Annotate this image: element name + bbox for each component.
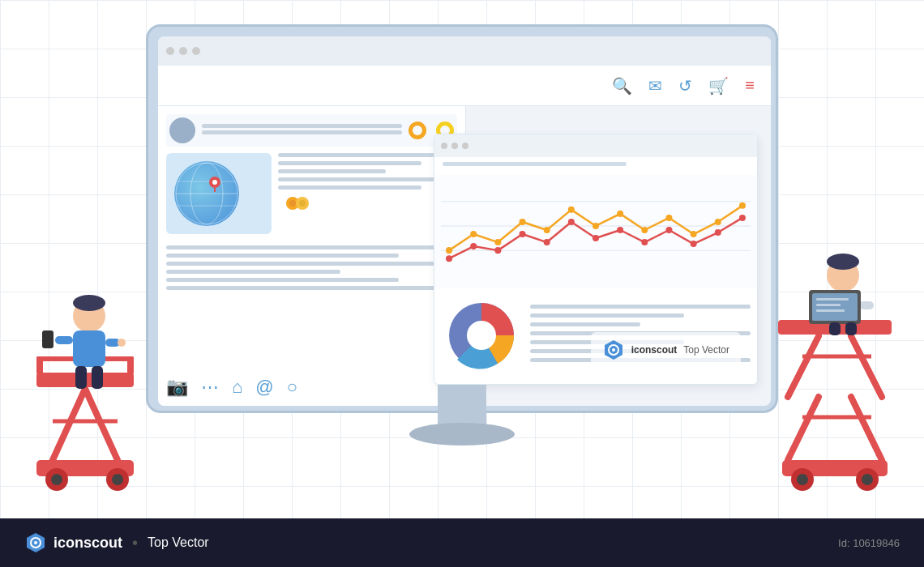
svg-rect-89 xyxy=(845,322,857,335)
svg-point-24 xyxy=(691,231,697,237)
svg-point-79 xyxy=(827,254,859,270)
text-line xyxy=(166,245,457,249)
text-line xyxy=(278,161,421,165)
profile-bar-2 xyxy=(202,130,402,134)
camera-icon: 📷 xyxy=(166,377,188,398)
chart-header xyxy=(434,157,757,175)
map-text-area xyxy=(278,153,457,234)
id-label-text: Id: xyxy=(838,537,849,549)
line-chart-area xyxy=(434,175,757,288)
svg-point-6 xyxy=(212,180,217,185)
phone-icon: ↺ xyxy=(678,76,692,96)
svg-rect-85 xyxy=(816,298,849,301)
left-panel: 📷 ⋯ ⌂ @ ○ xyxy=(158,106,466,406)
browser-dot-1 xyxy=(166,47,174,55)
top-vector-label: Top Vector xyxy=(148,535,209,550)
line-chart-svg xyxy=(441,181,751,279)
svg-point-19 xyxy=(568,207,575,213)
svg-rect-84 xyxy=(812,293,858,321)
logo-text: iconscout xyxy=(53,535,122,552)
home-icon: ⌂ xyxy=(232,377,242,398)
donut-chart-mini xyxy=(409,122,426,139)
analytics-dot-1 xyxy=(441,143,447,149)
watermark-overlay: iconscout Top Vector xyxy=(591,332,741,368)
main-scene: 🔍 ✉ ↺ 🛒 ≡ xyxy=(0,0,924,567)
svg-point-48 xyxy=(51,474,62,485)
svg-point-38 xyxy=(715,229,721,236)
svg-rect-55 xyxy=(127,356,134,374)
watermark-site-text: iconscout xyxy=(631,344,678,356)
svg-line-71 xyxy=(788,397,819,460)
svg-point-23 xyxy=(665,215,672,221)
svg-point-25 xyxy=(715,219,721,225)
svg-rect-88 xyxy=(829,322,841,335)
analytics-topbar xyxy=(434,134,757,157)
svg-point-10 xyxy=(299,200,306,207)
search-icon: 🔍 xyxy=(612,76,632,96)
text-line xyxy=(278,169,386,173)
svg-rect-62 xyxy=(105,339,120,347)
svg-rect-66 xyxy=(782,460,888,476)
logo-hexagon xyxy=(24,531,47,554)
svg-point-67 xyxy=(791,468,814,491)
svg-line-75 xyxy=(851,336,882,397)
svg-point-68 xyxy=(856,468,879,491)
bottom-icons-row: 📷 ⋯ ⌂ @ ○ xyxy=(166,377,297,398)
svg-point-36 xyxy=(665,227,672,233)
svg-point-9 xyxy=(289,200,296,207)
browser-dot-3 xyxy=(192,47,200,55)
top-nav: 🔍 ✉ ↺ 🛒 ≡ xyxy=(158,66,771,106)
text-line xyxy=(278,177,457,181)
analytics-dot-2 xyxy=(451,143,458,149)
svg-point-92 xyxy=(34,541,37,544)
stat-line xyxy=(530,305,751,309)
svg-rect-77 xyxy=(778,320,892,335)
svg-line-72 xyxy=(851,397,882,460)
stat-line xyxy=(530,313,684,318)
svg-point-14 xyxy=(446,247,452,254)
svg-point-28 xyxy=(470,243,477,249)
svg-rect-60 xyxy=(55,336,73,344)
svg-rect-59 xyxy=(73,330,105,367)
svg-point-33 xyxy=(592,235,599,241)
watermark-label-text: Top Vector xyxy=(683,344,729,356)
svg-point-58 xyxy=(73,295,105,311)
iconscout-logo: iconscout xyxy=(24,531,122,554)
svg-point-29 xyxy=(494,247,501,254)
svg-point-17 xyxy=(520,219,526,225)
svg-rect-53 xyxy=(36,373,134,387)
svg-line-74 xyxy=(788,336,819,397)
content-lines xyxy=(166,241,457,299)
svg-point-69 xyxy=(797,474,808,485)
mail-icon: ✉ xyxy=(648,76,662,96)
svg-point-32 xyxy=(568,219,575,225)
svg-point-46 xyxy=(45,468,68,491)
monitor-stand-base xyxy=(409,423,515,446)
profile-bars xyxy=(202,124,402,137)
profile-header xyxy=(166,114,457,147)
svg-rect-45 xyxy=(36,460,134,476)
svg-point-47 xyxy=(106,468,129,491)
svg-rect-83 xyxy=(809,290,861,324)
text-line xyxy=(166,262,457,266)
monitor: 🔍 ✉ ↺ 🛒 ≡ xyxy=(146,24,778,454)
svg-rect-61 xyxy=(42,330,53,348)
text-line xyxy=(166,254,399,258)
svg-rect-82 xyxy=(859,301,874,309)
svg-point-20 xyxy=(592,223,599,229)
browser-dot-2 xyxy=(179,47,187,55)
monitor-body: 🔍 ✉ ↺ 🛒 ≡ xyxy=(146,24,778,413)
svg-point-27 xyxy=(446,255,452,262)
map-area xyxy=(166,153,457,234)
bottom-bar: iconscout • Top Vector Id: 10619846 xyxy=(0,518,924,567)
svg-point-26 xyxy=(739,202,746,209)
svg-point-44 xyxy=(612,348,615,352)
id-value-text: 10619846 xyxy=(853,537,900,549)
text-line xyxy=(166,270,340,274)
chart-header-line xyxy=(443,162,627,166)
svg-point-41 xyxy=(467,321,496,350)
svg-point-34 xyxy=(617,227,623,233)
svg-rect-54 xyxy=(36,356,43,374)
watermark-hex-icon xyxy=(602,339,625,361)
svg-point-16 xyxy=(494,239,501,245)
